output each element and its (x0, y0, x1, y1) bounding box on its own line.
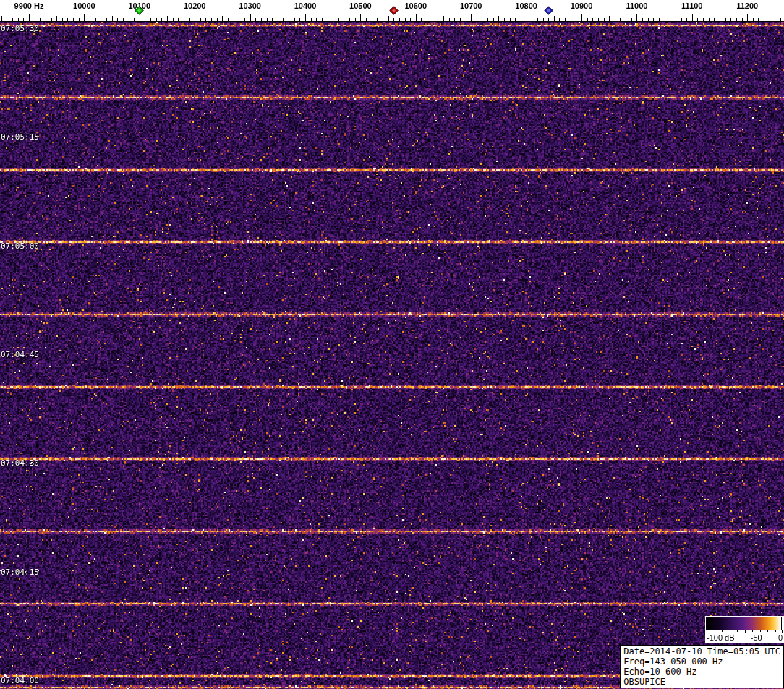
spectrum-waterfall-window: 9900 Hz100001010010200103001040010500106… (0, 0, 784, 689)
frequency-ruler[interactable]: 9900 Hz100001010010200103001040010500106… (0, 0, 784, 22)
legend-tick-marks (707, 630, 783, 633)
observation-info-box: Date=2014-07-10 Time=05:05 UTC Freq=143 … (620, 645, 784, 688)
spectrogram-canvas[interactable] (0, 22, 784, 689)
red-marker-diamond[interactable] (389, 6, 399, 15)
legend-label-mid: -50 (751, 633, 762, 642)
legend-labels: -100 dB -50 0 (706, 633, 783, 643)
frequency-markers (0, 0, 784, 22)
green-marker-diamond[interactable] (135, 6, 144, 15)
color-scale-legend: -100 dB -50 0 (705, 616, 784, 643)
legend-label-max: 0 (778, 633, 783, 642)
legend-label-min: -100 dB (707, 633, 735, 642)
info-echo-line: Echo=10 600 Hz (623, 667, 780, 677)
info-freq-line: Freq=143 050 000 Hz (623, 656, 780, 667)
color-scale-gradient (706, 617, 782, 630)
info-date-line: Date=2014-07-10 Time=05:05 UTC (623, 646, 780, 656)
waterfall-display[interactable]: 07:05:3007:05:1507:05:0007:04:4507:04:30… (0, 22, 784, 689)
blue-marker-diamond[interactable] (544, 6, 553, 15)
info-station-line: OBSUPICE (623, 677, 780, 687)
